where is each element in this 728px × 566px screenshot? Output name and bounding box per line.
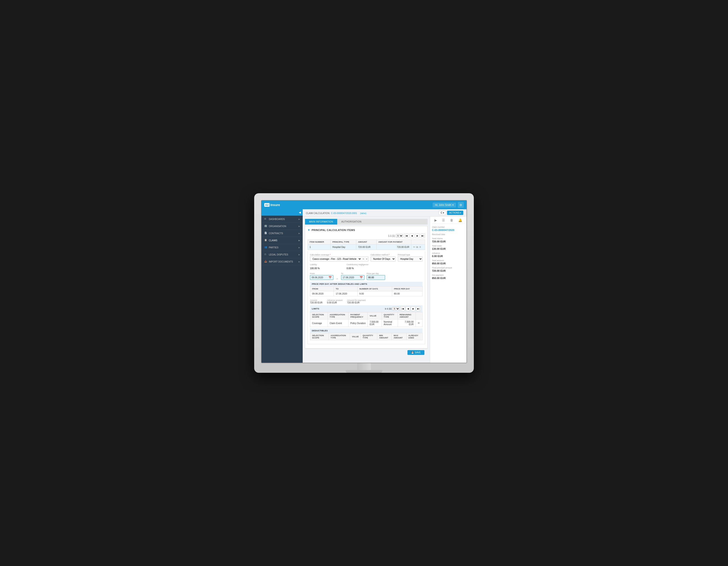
field-calculation-coverage: Calculation coverage Casco coverage - Fi… [310, 254, 368, 262]
label-amount: Amount [310, 299, 322, 301]
bell-button[interactable]: 🔔 [458, 219, 462, 222]
sidebar-item-contracts[interactable]: 📄 CONTRACTS ▶ [262, 230, 303, 237]
limits-last-page[interactable]: ▶| [416, 306, 421, 311]
sidebar-item-legal-disputes[interactable]: ⚖ LEGAL DISPUTES ▶ [262, 251, 303, 258]
calculation-coverage-select[interactable]: Casco coverage - Fire - 123 - Road Vehic… [310, 257, 368, 262]
col-actions [411, 240, 425, 245]
form-row-3: From 📅 – To [310, 273, 423, 280]
chevron-right-icon: ▶ [299, 218, 300, 220]
delete-button[interactable]: 🗑 [450, 219, 453, 222]
from-date-field[interactable]: 📅 [310, 275, 333, 280]
tab-authorisation[interactable]: AUTHORISATION [337, 219, 366, 225]
calculation-coverage-dropdown[interactable]: Casco coverage - Fire - 123 - Road Vehic… [310, 257, 361, 262]
cell-principal-type: Hospital Day [330, 245, 356, 250]
field-amount: Amount 720.00 EUR [310, 299, 322, 304]
rp-label-resolved-date: Resolved date [432, 233, 465, 236]
field-calculation-method: Calculation method Number Of Days [371, 254, 396, 262]
deductibles-table: SELECTION SCOPE AGGREGATION TYPE VALUE Q… [310, 333, 423, 340]
field-for-payment: Amount for payment 720.00 EUR [347, 299, 366, 304]
field-contributory: Contributory negligence 0.00 % [347, 264, 383, 271]
cell-aggregation-type: Claim Event [328, 319, 348, 327]
col-price-per-day: PRICE PER DAY [392, 286, 423, 291]
rp-total-amount: Total amount 850.00 EUR [432, 259, 465, 265]
table-row[interactable]: 1 Hospital Day 720.00 EUR 720.00 EUR ✏ 👁 [308, 245, 425, 250]
rp-claim-number: Claim number C-03-0000047/2020 [432, 226, 465, 232]
col-min-amount: MIN AMOUNT [377, 333, 392, 340]
col-actions [416, 312, 423, 319]
rp-final-principal: Final principal amount 720.00 EUR [432, 267, 465, 272]
rp-label-final-principal: Final principal amount [432, 267, 465, 269]
breadcrumb-actions: C ▾ ACTIONS ▾ [439, 211, 463, 215]
user-menu-button[interactable]: Hi, John Smith ▾ [433, 203, 456, 208]
section-title-principal: PRINCIPAL CALCULATION ITEMS [312, 229, 355, 232]
delete-row-button[interactable]: ✕ [419, 246, 421, 249]
limits-next-page[interactable]: ▶ [411, 306, 415, 311]
cell-to: 17.06.2020 [334, 291, 357, 296]
actions-btn-label: ACTIONS [449, 212, 459, 214]
tab-main-information[interactable]: MAIN INFORMATION [305, 219, 337, 225]
stand-neck [357, 363, 371, 370]
legal-icon: ⚖ [264, 253, 267, 256]
table-row: 09.06.2020 17.06.2020 9.00 80.00 [310, 291, 423, 296]
limits-pagination-info: 1-1 (1) [385, 307, 392, 310]
label-for-payment: Amount for payment [347, 299, 366, 301]
first-page-button[interactable]: |◀ [404, 234, 409, 238]
form-row-2: Liability 100.00 % Contributory negligen… [310, 264, 423, 271]
page-size-select[interactable]: 5 [396, 234, 403, 238]
chevron-down-icon: ▾ [452, 204, 454, 207]
top-nav-right: Hi, John Smith ▾ ⚙ [433, 202, 464, 208]
field-liability: Liability 100.00 % [310, 264, 344, 271]
actions-dropdown-button[interactable]: ACTIONS ▾ [447, 211, 463, 215]
rp-label-advance: Advance [432, 252, 465, 254]
principal-type-dropdown[interactable]: Hospital Day [398, 257, 423, 262]
col-amount-for-payment: AMOUNT FOR PAYMENT [376, 240, 411, 245]
limits-page-size[interactable]: 5 [392, 307, 400, 310]
calculation-method-dropdown[interactable]: Number Of Days [371, 257, 396, 262]
chevron-down-icon: ▾ [443, 212, 444, 214]
view-limit-button[interactable]: 👁 [418, 322, 420, 324]
limits-prev-page[interactable]: ◀ [406, 306, 410, 311]
price-section-header: PRICE PER DAY AFTER DEDUCTIBLES AND LIMI… [310, 282, 423, 286]
limits-first-page[interactable]: |◀ [400, 306, 405, 311]
from-date-input[interactable] [312, 276, 328, 279]
prev-page-button[interactable]: ◀ [410, 234, 414, 238]
price-per-day-input[interactable] [367, 275, 385, 280]
sidebar-item-claims[interactable]: 📋 CLAIMS ▶ [262, 237, 303, 244]
sidebar-item-dashboards[interactable]: ⊞ DASHBOARDS ▶ [262, 216, 303, 223]
collapse-principal-button[interactable]: ▼ [307, 229, 310, 232]
to-date-input[interactable] [343, 276, 359, 279]
breadcrumb-claim-id[interactable]: C-03-0000047/2020.0001 [331, 212, 357, 215]
cell-amount: 720.00 EUR [356, 245, 377, 250]
cell-price-per-day: 80.00 [392, 291, 423, 296]
settings-button[interactable]: ⚙ [458, 202, 464, 208]
save-button-label: SAVE [415, 351, 421, 354]
hamburger-button[interactable]: ☰ [442, 219, 445, 222]
col-remaining-amount: REMAINING AMOUNT [398, 312, 415, 319]
edit-row-button[interactable]: ✏ [413, 246, 415, 249]
sidebar-item-parties[interactable]: 👥 PARTIES ▶ [262, 244, 303, 251]
price-section-title: PRICE PER DAY AFTER DEDUCTIBLES AND LIMI… [312, 283, 367, 285]
save-button[interactable]: 💾 SAVE [407, 350, 424, 355]
deductibles-title: DEDUCTIBLES [312, 329, 328, 332]
deductibles-section: DEDUCTIBLES SELECTION SCOPE AGGREGATION … [310, 328, 423, 340]
dropdown-arrow-button[interactable]: ▾ [365, 258, 368, 260]
cell-limit-actions: 👁 [416, 319, 423, 327]
last-page-button[interactable]: ▶| [421, 234, 425, 238]
clear-coverage-button[interactable]: ✕ [361, 258, 365, 260]
next-page-button[interactable]: ▶ [415, 234, 420, 238]
sidebar-collapse-button[interactable]: ◀ [299, 211, 301, 214]
c-dropdown-button[interactable]: C ▾ [439, 211, 446, 215]
sidebar-item-import-documents[interactable]: 📥 IMPORT DOCUMENTS ▶ [262, 258, 303, 265]
sidebar-item-organisation[interactable]: 🏢 ORGANISATION ▶ [262, 223, 303, 230]
c-btn-label: C [441, 212, 442, 214]
label-calculation-coverage: Calculation coverage [310, 254, 368, 256]
for-payment-value: 720.00 EUR [347, 301, 359, 304]
expand-panel-button[interactable]: ▶ [434, 219, 437, 222]
to-date-field[interactable]: 📅 [341, 275, 364, 280]
view-row-button[interactable]: 👁 [416, 246, 418, 249]
field-to: To 📅 [341, 273, 364, 280]
save-bar: 💾 SAVE [305, 348, 428, 356]
form-row-1: Calculation coverage Casco coverage - Fi… [310, 254, 423, 262]
contracts-icon: 📄 [264, 232, 267, 235]
pagination-info: 1-1 (1) [388, 235, 395, 237]
